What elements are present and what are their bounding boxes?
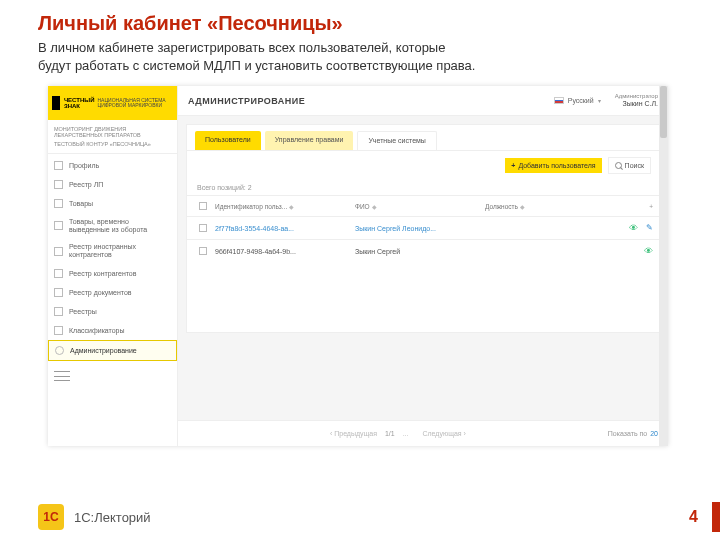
brand-label: 1С:Лекторий [74,510,689,525]
cell-user-role [479,222,619,234]
row-checkbox[interactable] [199,224,207,232]
add-user-button[interactable]: Добавить пользователя [505,158,601,173]
sidebar-item-goods[interactable]: Товары [48,194,177,213]
sidebar-meta: МОНИТОРИНГ ДВИЖЕНИЯ ЛЕКАРСТВЕННЫХ ПРЕПАР… [48,120,177,154]
slide-footer: 1C 1С:Лекторий 4 [0,494,720,540]
page-title: АДМИНИСТРИРОВАНИЕ [188,96,554,106]
folder-icon [54,307,63,316]
search-icon [615,162,622,169]
row-checkbox[interactable] [199,247,207,255]
doc-icon [54,288,63,297]
table-header: Идентификатор польз...◆ ФИО◆ Должность◆ … [187,195,659,216]
sort-icon: ◆ [372,204,377,210]
col-add[interactable]: + [619,197,659,216]
sidebar-item-registry-lp[interactable]: Реестр ЛП [48,175,177,194]
col-role[interactable]: Должность◆ [479,197,619,216]
cell-user-name[interactable]: Зыкин Сергей Леонидо... [349,219,479,238]
sidebar-item-counteragents[interactable]: Реестр контрагентов [48,264,177,283]
globe-icon [54,247,63,256]
col-id[interactable]: Идентификатор польз...◆ [209,197,349,216]
view-icon[interactable]: 👁 [644,246,653,256]
table-row[interactable]: 966f4107-9498-4a64-9b... Зыкин Сергей 👁 [187,239,659,262]
checkbox-all[interactable] [199,202,207,210]
col-fio[interactable]: ФИО◆ [349,197,479,216]
gear-icon [55,346,64,355]
sort-icon: ◆ [289,204,294,210]
tab-users[interactable]: Пользователи [195,131,261,150]
tab-rights[interactable]: Управление правами [265,131,354,150]
action-bar: Добавить пользователя Поиск [187,151,659,180]
pager-position: 1/1 [385,430,395,437]
sidebar-item-goods-withdrawn[interactable]: Товары, временно выведенные из оборота [48,213,177,238]
pager-next[interactable]: Следующая › [422,430,465,437]
users-icon [54,269,63,278]
brand-logo: ЧЕСТНЫЙЗНАК НАЦИОНАЛЬНАЯ СИСТЕМА ЦИФРОВО… [48,86,177,120]
page-number: 4 [689,508,698,526]
chevron-down-icon: ▾ [598,97,601,104]
sidebar-nav: Профиль Реестр ЛП Товары Товары, временн… [48,154,177,381]
sidebar-item-administration[interactable]: Администрирование [48,340,177,361]
sidebar-item-documents[interactable]: Реестр документов [48,283,177,302]
cell-user-name: Зыкин Сергей [349,242,479,261]
sidebar-item-foreign-ctr[interactable]: Реестр иностранных контрагентов [48,238,177,263]
sidebar-item-classifiers[interactable]: Классификаторы [48,321,177,340]
page-size-selector[interactable]: Показать по20 [608,430,658,437]
content-card: Пользователи Управление правами Учетные … [186,124,660,333]
tag-icon [54,199,63,208]
menu-collapse-icon[interactable] [54,371,70,381]
profile-icon [54,161,63,170]
flag-ru-icon [554,97,564,104]
logo-mark-icon [52,96,60,110]
book-icon [54,326,63,335]
edit-icon[interactable]: ✎ [646,223,653,233]
tab-systems[interactable]: Учетные системы [357,131,436,150]
topbar: АДМИНИСТРИРОВАНИЕ Русский ▾ Администрато… [178,86,668,116]
list-icon [54,180,63,189]
sidebar-item-registries[interactable]: Реестры [48,302,177,321]
row-count: Всего позиций: 2 [187,180,659,195]
slide-description: В личном кабинете зарегистрировать всех … [0,39,720,80]
logo-1c-icon: 1C [38,504,64,530]
language-selector[interactable]: Русский ▾ [554,97,601,104]
slide-title: Личный кабинет «Песочницы» [0,0,720,39]
tab-bar: Пользователи Управление правами Учетные … [187,125,659,150]
scrollbar-thumb[interactable] [660,86,667,138]
cell-user-id: 966f4107-9498-4a64-9b... [209,242,349,261]
sidebar-item-profile[interactable]: Профиль [48,156,177,175]
view-icon[interactable]: 👁 [629,223,638,233]
search-button[interactable]: Поиск [608,157,651,174]
accent-bar-icon [712,502,720,532]
cell-user-role [479,245,619,257]
tag-off-icon [54,221,63,230]
table-row[interactable]: 2f77fa8d-3554-4648-aa... Зыкин Сергей Ле… [187,216,659,239]
cell-user-id[interactable]: 2f77fa8d-3554-4648-aa... [209,219,349,238]
app-window: ЧЕСТНЫЙЗНАК НАЦИОНАЛЬНАЯ СИСТЕМА ЦИФРОВО… [48,86,668,446]
main-panel: АДМИНИСТРИРОВАНИЕ Русский ▾ Администрато… [178,86,668,446]
sort-icon: ◆ [520,204,525,210]
pager-prev[interactable]: ‹ Предыдущая [330,430,377,437]
pagination-bar: ‹ Предыдущая 1/1 ... Следующая › Показат… [178,420,668,446]
sidebar: ЧЕСТНЫЙЗНАК НАЦИОНАЛЬНАЯ СИСТЕМА ЦИФРОВО… [48,86,178,446]
scrollbar-track[interactable] [659,86,668,446]
user-menu[interactable]: Администратор Зыкин С.Л. [615,93,658,107]
